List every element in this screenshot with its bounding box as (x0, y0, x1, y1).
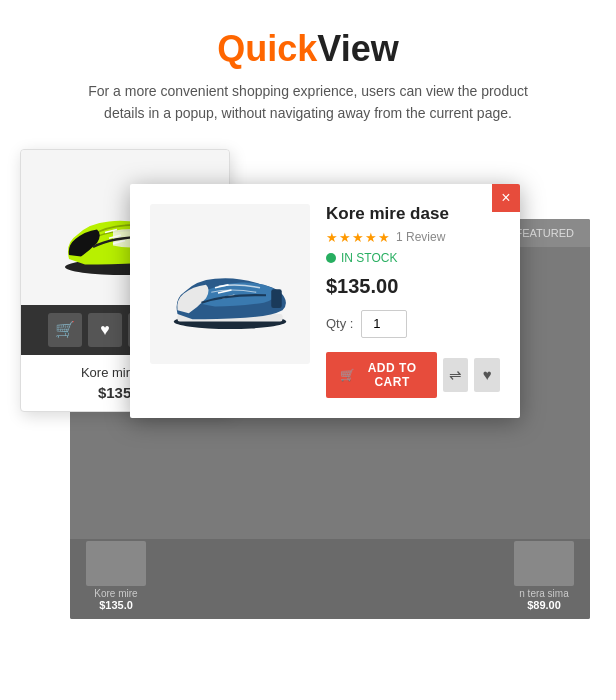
popup-compare-button[interactable]: ⇌ (443, 358, 469, 392)
bottom-product-1-name: Kore mire (94, 588, 137, 599)
popup-actions: 🛒 ADD TO CART ⇌ ♥ (326, 352, 500, 398)
popup-review-count: 1 Review (396, 230, 445, 244)
popup-qty-row: Qty : (326, 310, 500, 338)
card-cart-button[interactable]: 🛒 (48, 313, 82, 347)
quickview-popup: × (130, 184, 520, 418)
bottom-product-2: n tera sima $89.00 (514, 541, 574, 611)
page-subtitle: For a more convenient shopping exprience… (68, 80, 548, 125)
cart-icon: 🛒 (340, 368, 356, 382)
popup-stock-label: IN STOCK (341, 251, 397, 265)
popup-stars: ★★★★★ (326, 230, 391, 245)
title-view: View (317, 28, 398, 69)
svg-rect-8 (271, 289, 282, 308)
page-header: QuickView For a more convenient shopping… (0, 0, 616, 139)
add-to-cart-label: ADD TO CART (362, 361, 423, 389)
bottom-product-1-price: $135.0 (99, 599, 133, 611)
qty-label: Qty : (326, 316, 353, 331)
popup-info-column: Kore mire dase ★★★★★ 1 Review IN STOCK $… (326, 204, 500, 398)
bottom-product-2-name: n tera sima (519, 588, 568, 599)
store-bottom-strip: Kore mire $135.0 n tera sima $89.00 (70, 539, 590, 619)
stock-dot-icon (326, 253, 336, 263)
blue-shoe-image (155, 234, 305, 334)
card-wishlist-button[interactable]: ♥ (88, 313, 122, 347)
demo-scene: LATEST TOP RATING FEATURED Kore mire $13… (20, 139, 596, 639)
popup-wishlist-button[interactable]: ♥ (474, 358, 500, 392)
popup-body: Kore mire dase ★★★★★ 1 Review IN STOCK $… (130, 184, 520, 418)
popup-rating: ★★★★★ 1 Review (326, 230, 500, 245)
add-to-cart-button[interactable]: 🛒 ADD TO CART (326, 352, 437, 398)
bottom-product-1: Kore mire $135.0 (86, 541, 146, 611)
popup-product-image (150, 204, 310, 364)
popup-close-button[interactable]: × (492, 184, 520, 212)
qty-input[interactable] (361, 310, 407, 338)
page-title: QuickView (20, 28, 596, 70)
popup-price: $135.00 (326, 275, 500, 298)
title-quick: Quick (217, 28, 317, 69)
bottom-product-2-price: $89.00 (527, 599, 561, 611)
popup-image-column (150, 204, 310, 398)
popup-product-name: Kore mire dase (326, 204, 500, 224)
popup-stock: IN STOCK (326, 251, 500, 265)
